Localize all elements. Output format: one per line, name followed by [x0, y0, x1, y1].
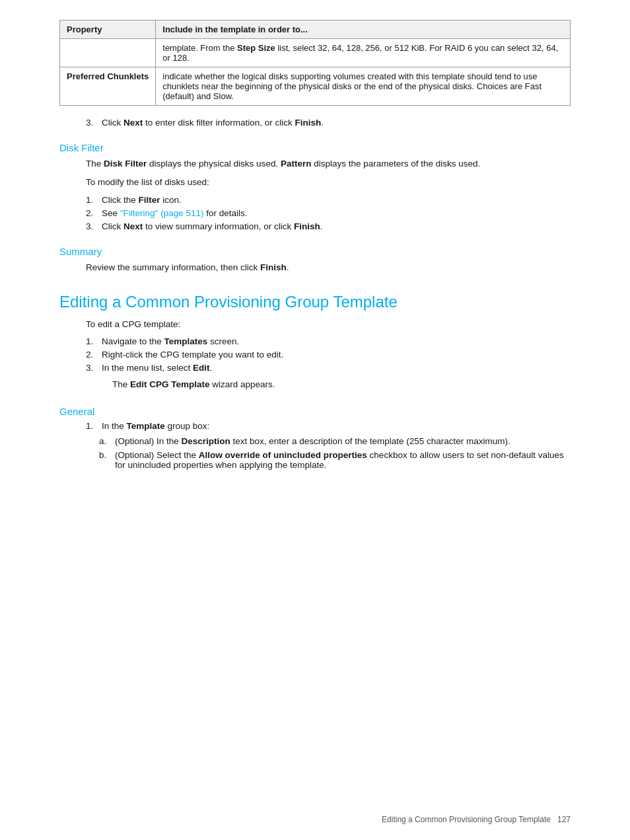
footer-text: Editing a Common Provisioning Group Temp… [382, 815, 551, 824]
table-header-description: Include in the template in order to... [156, 20, 571, 39]
property-table: Property Include in the template in orde… [59, 20, 571, 106]
editing-steps: 1. Navigate to the Templates screen. 2. … [86, 336, 571, 373]
disk-filter-para2: To modify the list of disks used: [86, 176, 571, 189]
table-cell-desc-chunklets: indicate whether the logical disks suppo… [156, 67, 571, 106]
general-sub-a: a. (Optional) In the Description text bo… [99, 436, 571, 446]
disk-filter-step1: 1. Click the Filter icon. [86, 195, 571, 205]
editing-intro: To edit a CPG template: [86, 318, 571, 331]
summary-heading: Summary [59, 246, 571, 257]
editing-step3: 3. In the menu list, select Edit. [86, 363, 571, 373]
filtering-link[interactable]: "Filtering" (page 511) [120, 208, 204, 218]
disk-filter-step3: 3. Click Next to view summary informatio… [86, 221, 571, 231]
general-steps: 1. In the Template group box: [86, 421, 571, 431]
table-cell-property-empty [60, 39, 156, 67]
general-sub-b: b. (Optional) Select the Allow override … [99, 450, 571, 470]
wizard-appears: The Edit CPG Template wizard appears. [112, 378, 571, 391]
disk-filter-para1: The Disk Filter displays the physical di… [86, 157, 571, 171]
disk-filter-step2: 2. See "Filtering" (page 511) for detail… [86, 208, 571, 218]
disk-filter-heading: Disk Filter [59, 142, 571, 153]
step3-text: Click Next to enter disk filter informat… [102, 118, 324, 128]
general-heading: General [59, 406, 571, 417]
summary-para: Review the summary information, then cli… [86, 261, 571, 274]
editing-cpg-heading: Editing a Common Provisioning Group Temp… [59, 293, 571, 311]
disk-filter-steps: 1. Click the Filter icon. 2. See "Filter… [86, 195, 571, 231]
footer-page: 127 [557, 815, 571, 824]
editing-step1: 1. Navigate to the Templates screen. [86, 336, 571, 346]
page-footer: Editing a Common Provisioning Group Temp… [382, 815, 571, 824]
step3-item: 3. Click Next to enter disk filter infor… [86, 118, 571, 128]
table-row: Preferred Chunklets indicate whether the… [60, 67, 571, 106]
step3-number: 3. [86, 118, 96, 128]
table-row: template. From the Step Size list, selec… [60, 39, 571, 67]
table-cell-desc-stepsize: template. From the Step Size list, selec… [156, 39, 571, 67]
general-substeps: a. (Optional) In the Description text bo… [99, 436, 571, 470]
table-header-property: Property [60, 20, 156, 39]
general-step1: 1. In the Template group box: [86, 421, 571, 431]
table-cell-property-chunklets: Preferred Chunklets [60, 67, 156, 106]
editing-step2: 2. Right-click the CPG template you want… [86, 350, 571, 360]
